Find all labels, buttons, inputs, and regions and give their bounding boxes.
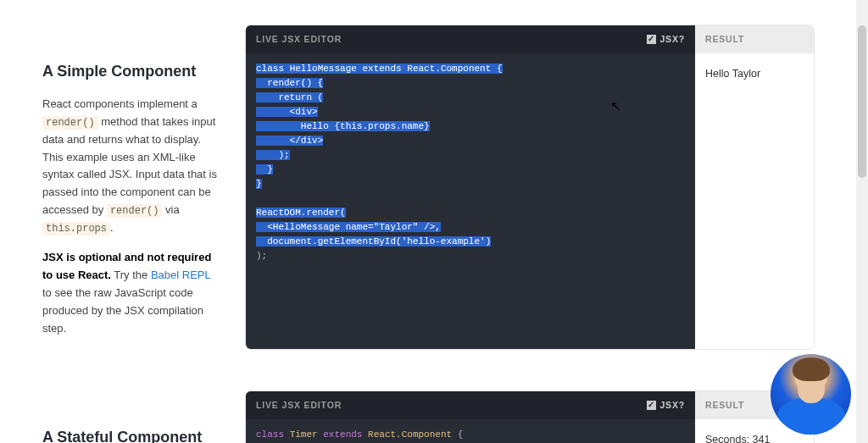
- description-column: A Simple Component React components impl…: [42, 25, 220, 349]
- example-simple-component: A Simple Component React components impl…: [42, 25, 814, 349]
- jsx-toggle[interactable]: JSX?: [647, 398, 685, 413]
- babel-repl-link[interactable]: Babel REPL: [151, 269, 210, 281]
- editor-header-label: LIVE JSX EDITOR: [256, 398, 342, 413]
- code-block[interactable]: class HelloMessage extends React.Compone…: [246, 53, 695, 273]
- example-stateful-component: A Stateful Component In addition to taki…: [42, 391, 814, 443]
- section-paragraph: JSX is optional and not required to use …: [42, 249, 220, 337]
- checkbox-icon: [647, 401, 656, 410]
- description-column: A Stateful Component In addition to taki…: [42, 391, 220, 443]
- editor-header: LIVE JSX EDITOR JSX?: [246, 391, 695, 419]
- checkbox-icon: [647, 35, 656, 44]
- page-content: A Simple Component React components impl…: [0, 0, 856, 443]
- result-output: Hello Taylor: [695, 53, 814, 94]
- result-pane: RESULT Hello Taylor: [695, 25, 814, 349]
- page-scrollbar[interactable]: [856, 0, 868, 443]
- demo-box: LIVE JSX EDITOR JSX? class HelloMessage …: [246, 25, 814, 349]
- code-inline: render(): [107, 204, 163, 218]
- presenter-avatar: [771, 354, 851, 435]
- demo-box: LIVE JSX EDITOR JSX? class Timer extends…: [246, 391, 814, 443]
- jsx-toggle[interactable]: JSX?: [647, 32, 685, 47]
- result-header: RESULT: [695, 25, 814, 53]
- code-block[interactable]: class Timer extends React.Component { co…: [246, 419, 695, 443]
- code-inline: render(): [42, 116, 98, 130]
- editor-header-label: LIVE JSX EDITOR: [256, 32, 342, 47]
- live-editor[interactable]: LIVE JSX EDITOR JSX? class Timer extends…: [246, 391, 695, 443]
- editor-header: LIVE JSX EDITOR JSX?: [246, 25, 695, 53]
- code-inline: this.props: [42, 222, 110, 235]
- scrollbar-thumb[interactable]: [858, 25, 866, 178]
- section-heading: A Stateful Component: [42, 425, 220, 443]
- section-heading: A Simple Component: [42, 59, 220, 84]
- section-paragraph: React components implement a render() me…: [42, 96, 220, 238]
- live-editor[interactable]: LIVE JSX EDITOR JSX? class HelloMessage …: [246, 25, 695, 349]
